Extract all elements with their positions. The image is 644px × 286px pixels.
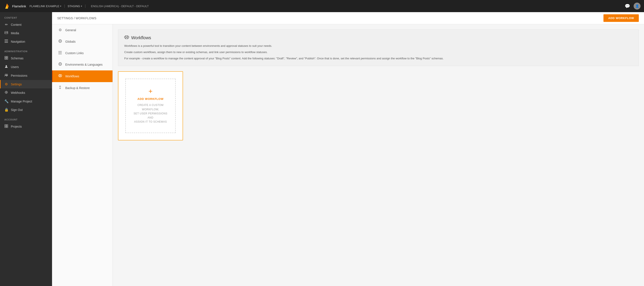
webhooks-icon: [4, 91, 8, 95]
svg-point-13: [6, 74, 8, 75]
sidebar-item-users[interactable]: Users: [0, 63, 52, 71]
svg-rect-23: [58, 52, 62, 53]
app-body: CONTENT ✏ Content Media Navigation ADMIN…: [0, 12, 644, 286]
svg-rect-8: [6, 56, 8, 58]
sidebar-navigation-label: Navigation: [11, 40, 25, 43]
svg-point-14: [6, 92, 7, 93]
sidebar-projects-label: Projects: [11, 125, 22, 128]
manage-project-icon: 🔧: [4, 99, 8, 103]
add-workflow-card-desc: CREATE A CUSTOM WORKFLOW,SET USER PERMIS…: [131, 103, 170, 124]
add-workflow-top-button[interactable]: ADD WORKFLOW: [604, 14, 639, 22]
sidebar-item-schemas[interactable]: Schemas: [0, 54, 52, 63]
settings-globals-label: Globals: [65, 40, 76, 43]
logo: Flamelink: [4, 2, 26, 9]
sidebar-manage-project-label: Manage Project: [11, 100, 32, 103]
add-workflow-card-label: ADD WORKFLOW: [138, 97, 164, 100]
workflows-settings-icon: [58, 74, 62, 79]
settings-item-general[interactable]: ⚙ General: [52, 24, 112, 36]
sidebar-item-webhooks[interactable]: Webhooks: [0, 88, 52, 97]
sidebar-users-label: Users: [11, 65, 19, 69]
svg-rect-7: [5, 56, 6, 58]
info-card-para-1: Workflows is a powerful tool to transiti…: [124, 44, 632, 48]
info-card-body: Workflows is a powerful tool to transiti…: [124, 44, 632, 61]
svg-rect-15: [5, 125, 6, 126]
topbar: Flamelink FLAMELINK EXAMPLE ▾ | STAGING …: [0, 0, 644, 12]
sidebar: CONTENT ✏ Content Media Navigation ADMIN…: [0, 12, 52, 286]
breadcrumb-bar: SETTINGS / WORKFLOWS ADD WORKFLOW: [52, 12, 644, 24]
sidebar-item-projects[interactable]: Projects: [0, 122, 52, 131]
admin-section-label: ADMINISTRATION: [0, 46, 52, 54]
svg-rect-4: [4, 40, 8, 40]
settings-item-environments[interactable]: Environments & Languages: [52, 59, 112, 70]
users-icon: [4, 65, 8, 69]
project-selector[interactable]: FLAMELINK EXAMPLE ▾: [30, 4, 61, 8]
sidebar-item-permissions[interactable]: Permissions: [0, 71, 52, 80]
avatar[interactable]: 👤: [634, 2, 640, 9]
svg-rect-6: [4, 42, 8, 43]
permissions-icon: [4, 73, 8, 78]
breadcrumb: SETTINGS / WORKFLOWS: [57, 16, 96, 20]
svg-rect-17: [5, 126, 6, 128]
account-section-label: ACCOUNT: [0, 114, 52, 122]
sidebar-webhooks-label: Webhooks: [11, 91, 25, 94]
svg-rect-29: [60, 75, 62, 76]
chat-button[interactable]: 💬: [625, 3, 630, 9]
info-card-para-2: Create custom workflows, assign them to …: [124, 50, 632, 55]
sidebar-item-navigation[interactable]: Navigation: [0, 37, 52, 46]
sidebar-item-media[interactable]: Media: [0, 29, 52, 37]
sidebar-content-label: Content: [11, 23, 22, 26]
settings-item-globals[interactable]: Globals: [52, 36, 112, 47]
info-card-title-text: Workflows: [131, 35, 151, 40]
env-selector[interactable]: STAGING ▾: [68, 4, 82, 8]
language-label: ENGLISH (AMERICA) - DEFAULT - DEFAULT: [91, 4, 149, 8]
sidebar-media-label: Media: [11, 31, 19, 35]
info-card: Workflows Workflows is a powerful tool t…: [118, 29, 639, 66]
sidebar-settings-label: Settings: [11, 82, 22, 86]
sign-out-icon: 🔒: [4, 108, 8, 112]
settings-workflows-label: Workflows: [65, 74, 79, 78]
add-workflow-card[interactable]: + ADD WORKFLOW CREATE A CUSTOM WORKFLOW,…: [118, 71, 183, 140]
add-workflow-inner: + ADD WORKFLOW CREATE A CUSTOM WORKFLOW,…: [125, 79, 176, 133]
svg-rect-9: [5, 58, 6, 59]
environments-icon: [58, 62, 62, 67]
backup-restore-icon: [58, 86, 62, 90]
project-name: FLAMELINK EXAMPLE: [30, 4, 59, 8]
settings-item-workflows[interactable]: Workflows: [52, 70, 112, 82]
flamelink-logo-icon: [4, 2, 10, 9]
separator: |: [64, 4, 65, 8]
avatar-image: 👤: [635, 4, 639, 8]
settings-icon: ⚙: [4, 82, 8, 86]
main-area: SETTINGS / WORKFLOWS ADD WORKFLOW ⚙ Gene…: [52, 12, 644, 286]
sidebar-item-settings[interactable]: ⚙ Settings: [0, 80, 52, 88]
project-chevron-icon: ▾: [60, 5, 61, 7]
svg-rect-33: [127, 36, 129, 38]
topbar-right: 💬 👤: [625, 2, 640, 9]
chat-icon: 💬: [625, 3, 630, 9]
svg-rect-18: [6, 126, 8, 128]
info-card-title: Workflows: [124, 35, 632, 41]
svg-point-11: [6, 65, 7, 66]
sidebar-permissions-label: Permissions: [11, 74, 27, 77]
settings-item-custom-links[interactable]: Custom Links: [52, 47, 112, 59]
sidebar-item-content[interactable]: ✏ Content: [0, 20, 52, 29]
schemas-icon: [4, 56, 8, 60]
settings-custom-links-label: Custom Links: [65, 51, 84, 55]
separator2: |: [85, 4, 86, 8]
env-chevron-icon: ▾: [81, 5, 82, 7]
sidebar-item-manage-project[interactable]: 🔧 Manage Project: [0, 97, 52, 105]
main-panel: Workflows Workflows is a powerful tool t…: [113, 24, 644, 286]
sidebar-sign-out-label: Sign Out: [11, 108, 22, 112]
brand-name: Flamelink: [12, 4, 26, 8]
workflows-title-icon: [124, 35, 129, 41]
content-icon: ✏: [4, 22, 8, 27]
add-workflow-plus-icon: +: [148, 88, 153, 95]
svg-rect-32: [124, 36, 126, 38]
settings-item-backup-restore[interactable]: Backup & Restore: [52, 82, 112, 94]
settings-environments-label: Environments & Languages: [65, 63, 102, 66]
media-icon: [4, 31, 8, 35]
content-section-label: CONTENT: [0, 12, 52, 20]
sidebar-item-sign-out[interactable]: 🔒 Sign Out: [0, 105, 52, 114]
navigation-icon: [4, 40, 8, 43]
svg-rect-22: [58, 51, 62, 51]
sidebar-schemas-label: Schemas: [11, 56, 24, 60]
